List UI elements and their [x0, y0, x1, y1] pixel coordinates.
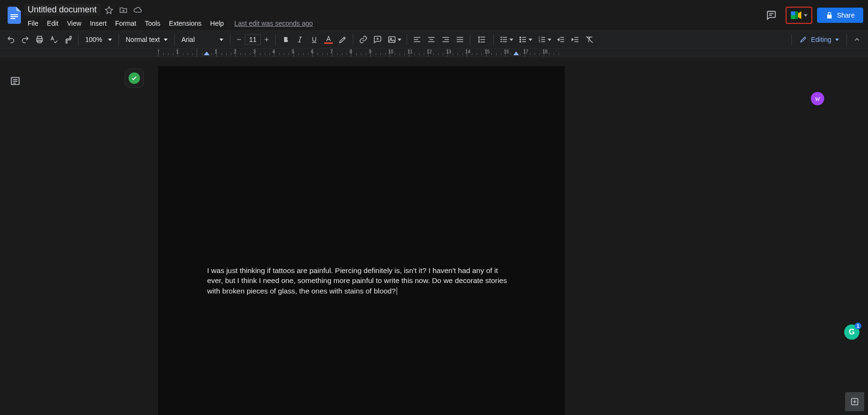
zoom-select[interactable]: 100% — [81, 33, 116, 46]
title-bar: Untitled document File Edit View Insert … — [0, 0, 868, 30]
wordtune-extension-icon[interactable]: w — [811, 92, 824, 105]
separator — [791, 34, 792, 45]
paragraph-style-select[interactable]: Normal text — [122, 33, 171, 46]
separator — [275, 34, 276, 45]
decrease-font-button[interactable] — [233, 34, 245, 45]
redo-icon[interactable] — [18, 32, 32, 47]
show-outline-icon[interactable] — [7, 72, 24, 90]
separator — [174, 34, 175, 45]
print-icon[interactable] — [32, 32, 47, 47]
editing-mode-select[interactable]: Editing — [795, 34, 844, 45]
decrease-indent-icon[interactable] — [554, 32, 568, 47]
italic-icon[interactable] — [293, 32, 307, 47]
numbered-list-icon[interactable]: 123 — [535, 32, 554, 47]
svg-point-12 — [519, 39, 520, 40]
zoom-value: 100% — [85, 36, 102, 43]
chevron-down-icon — [108, 39, 112, 41]
separator — [407, 34, 407, 45]
move-icon[interactable] — [118, 4, 129, 16]
document-body-text[interactable]: I was just thinking if tattoos are painf… — [207, 265, 516, 296]
text-color-button[interactable] — [321, 32, 336, 47]
clear-formatting-icon[interactable] — [582, 32, 597, 47]
document-title[interactable]: Untitled document — [24, 4, 100, 16]
ruler-tick: 18 — [544, 49, 563, 57]
separator — [493, 34, 494, 45]
spellcheck-status-badge[interactable] — [125, 69, 144, 88]
last-edit-link[interactable]: Last edit was seconds ago — [234, 20, 313, 27]
font-size-control — [233, 34, 272, 45]
chevron-down-icon — [529, 39, 532, 41]
separator — [230, 34, 230, 45]
text-cursor — [397, 287, 397, 295]
ruler-tick: 5 — [293, 49, 313, 57]
menu-bar: File Edit View Insert Format Tools Exten… — [24, 18, 762, 29]
bulleted-list-icon[interactable] — [516, 32, 535, 47]
font-select[interactable]: Arial — [178, 33, 227, 46]
menu-extensions[interactable]: Extensions — [165, 18, 205, 29]
ruler-tick: 9 — [370, 49, 390, 57]
bold-icon[interactable] — [279, 32, 293, 47]
menu-tools[interactable]: Tools — [141, 18, 164, 29]
check-icon — [129, 72, 140, 84]
font-value: Arial — [181, 36, 195, 43]
spellcheck-icon[interactable] — [47, 32, 61, 47]
svg-rect-0 — [10, 14, 18, 15]
underline-icon[interactable] — [307, 32, 321, 47]
cloud-status-icon[interactable] — [132, 4, 143, 16]
menu-view[interactable]: View — [63, 18, 85, 29]
svg-point-13 — [519, 41, 520, 42]
ruler-tick: 15 — [486, 49, 506, 57]
explore-button[interactable] — [845, 392, 864, 411]
align-center-icon[interactable] — [424, 32, 439, 47]
undo-icon[interactable] — [4, 32, 18, 47]
ruler-tick: 2 — [235, 49, 255, 57]
docs-logo-icon[interactable] — [5, 3, 24, 28]
left-indent-marker[interactable] — [204, 51, 210, 55]
ruler-tick: 14 — [467, 49, 486, 57]
text-color-swatch — [324, 42, 333, 44]
ruler-tick: 4 — [274, 49, 293, 57]
pencil-icon — [799, 36, 807, 43]
body-paragraph: I was just thinking if tattoos are painf… — [207, 266, 507, 295]
align-left-icon[interactable] — [410, 32, 424, 47]
collapse-toolbar-icon[interactable] — [850, 32, 864, 47]
checklist-icon[interactable] — [497, 32, 516, 47]
paragraph-style-value: Normal text — [126, 36, 160, 43]
horizontal-ruler[interactable]: 21123456789101112131415161718 — [0, 49, 868, 57]
right-indent-marker[interactable] — [513, 51, 519, 55]
ruler-tick: 7 — [332, 49, 351, 57]
star-icon[interactable] — [103, 4, 115, 16]
chevron-down-icon — [398, 39, 401, 41]
svg-rect-9 — [389, 37, 395, 42]
menu-edit[interactable]: Edit — [43, 18, 62, 29]
grammarly-extension-icon[interactable]: G 1 — [844, 324, 859, 340]
meet-button[interactable] — [786, 7, 812, 24]
ruler-tick: 11 — [409, 49, 429, 57]
separator — [353, 34, 353, 45]
share-label: Share — [837, 11, 855, 19]
ruler-tick: 13 — [448, 49, 467, 57]
insert-comment-icon[interactable] — [370, 32, 385, 47]
menu-help[interactable]: Help — [206, 18, 228, 29]
document-page[interactable]: I was just thinking if tattoos are painf… — [158, 66, 565, 415]
highlight-icon[interactable] — [336, 32, 350, 47]
align-right-icon[interactable] — [439, 32, 453, 47]
increase-font-button[interactable] — [261, 34, 272, 45]
chevron-down-icon — [548, 39, 551, 41]
increase-indent-icon[interactable] — [568, 32, 582, 47]
separator — [78, 34, 79, 45]
align-justify-icon[interactable] — [453, 32, 467, 47]
share-button[interactable]: Share — [817, 8, 863, 23]
chevron-down-icon — [509, 39, 513, 41]
svg-point-11 — [519, 37, 520, 38]
comment-history-icon[interactable] — [762, 6, 781, 25]
line-spacing-icon[interactable] — [473, 32, 490, 47]
font-size-input[interactable] — [245, 34, 261, 45]
menu-format[interactable]: Format — [111, 18, 140, 29]
paint-format-icon[interactable] — [61, 32, 75, 47]
menu-insert[interactable]: Insert — [86, 18, 110, 29]
svg-rect-1 — [10, 16, 18, 17]
menu-file[interactable]: File — [24, 18, 42, 29]
insert-link-icon[interactable] — [356, 32, 370, 47]
insert-image-icon[interactable] — [385, 32, 404, 47]
